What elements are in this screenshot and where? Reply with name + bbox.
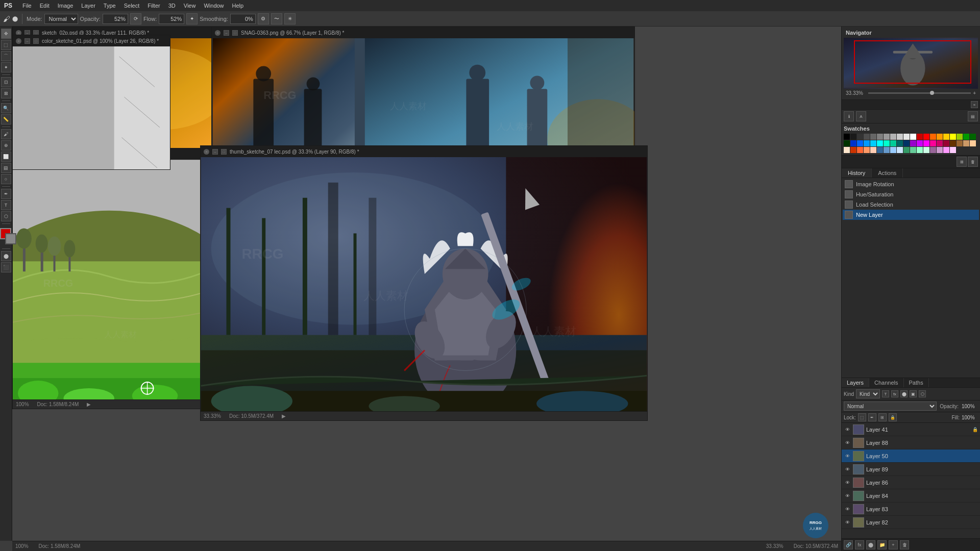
menu-type[interactable]: Type [100,2,120,10]
move-tool[interactable]: ✥ [1,29,11,39]
magic-wand-tool[interactable]: ✦ [1,62,11,72]
swatch-color[interactable] [857,140,863,146]
swatch-color[interactable] [943,140,949,146]
layer-mask-btn[interactable]: ⬤ [866,540,875,549]
swatch-color[interactable] [950,147,956,153]
menu-filter[interactable]: Filter [143,2,164,10]
layer-visibility-toggle[interactable]: 👁 [844,439,851,446]
swatch-color[interactable] [910,140,916,146]
swatch-color[interactable] [917,147,923,153]
swatch-color[interactable] [864,134,870,140]
swatch-color[interactable] [917,140,923,146]
layer-visibility-toggle[interactable]: 👁 [844,426,851,433]
layer-row[interactable]: 👁Layer 86 [842,476,980,489]
swatch-color[interactable] [877,140,883,146]
nav-zoom-in-icon[interactable]: + [973,90,976,96]
history-item[interactable]: Image Rotation [843,179,979,189]
canvas-snag364[interactable]: RRCG 人人素材 [13,160,206,409]
swatch-color[interactable] [897,147,903,153]
layer-visibility-toggle[interactable]: 👁 [844,466,851,473]
ruler-tool[interactable]: 📏 [1,114,11,124]
blend-mode-select[interactable]: Normal [844,402,937,411]
swatch-color[interactable] [850,147,856,153]
filter-type-icon[interactable]: T [882,390,889,397]
layer-visibility-toggle[interactable]: 👁 [844,506,851,513]
menu-3d[interactable]: 3D [164,2,180,10]
layer-visibility-toggle[interactable]: 👁 [844,453,851,460]
swatch-color[interactable] [937,140,943,146]
tab-paths[interactable]: Paths [904,378,929,387]
menu-image[interactable]: Image [54,2,78,10]
swatch-color[interactable] [870,140,876,146]
layer-visibility-toggle[interactable]: 👁 [844,519,851,526]
swatch-color[interactable] [970,140,976,146]
close-snag363[interactable]: × [215,30,220,36]
canvas-color[interactable] [13,46,170,169]
swatch-color[interactable] [864,147,870,153]
brush-tool-icon[interactable]: 🖌 [3,15,10,23]
menu-layer[interactable]: Layer [77,2,100,10]
kind-select[interactable]: Kind [856,389,880,398]
layer-row[interactable]: 👁Layer 89 [842,463,980,476]
minimize-thumb[interactable]: – [212,149,218,155]
swatch-color[interactable] [930,147,936,153]
clone-tool[interactable]: ⊕ [1,140,11,151]
layer-visibility-toggle[interactable]: 👁 [844,479,851,486]
swatch-color[interactable] [923,147,929,153]
swatch-color[interactable] [844,147,850,153]
quick-mask-tool[interactable]: ⬤ [1,251,11,261]
delete-layer-btn[interactable]: 🗑 [900,540,909,549]
filter-adj-icon[interactable]: ⬤ [900,390,908,397]
layer-row[interactable]: 👁Layer 50 [842,449,980,463]
history-item[interactable]: Hue/Saturation [843,189,979,199]
canvas-thumb[interactable]: RRCG 人人素材 人人素材 [201,157,647,420]
swatch-color[interactable] [950,134,956,140]
flow-control[interactable]: Flow: [143,14,184,24]
new-layer-btn[interactable]: + [889,540,898,549]
smoothing-input[interactable] [230,14,256,24]
layers-icon-right[interactable]: ▤ [968,111,978,121]
swatch-color[interactable] [923,134,929,140]
swatch-color[interactable] [857,147,863,153]
mode-control[interactable]: Mode: Normal [27,14,78,24]
layer-row[interactable]: 👁Layer 83 [842,503,980,516]
swatch-color[interactable] [877,134,883,140]
opacity-control[interactable]: Opacity: [80,14,128,24]
filter-effects-icon[interactable]: fx [891,390,898,397]
opacity-input[interactable] [103,14,128,24]
pressure-btn[interactable]: 〜 [271,13,282,24]
swatch-color[interactable] [897,140,903,146]
screen-mode-btn[interactable]: ⬛ [1,262,11,272]
tab-actions[interactable]: Actions [872,168,903,178]
selection-tool[interactable]: ⬚ [1,40,11,50]
nav-zoom-slider[interactable] [868,92,971,94]
swatch-color[interactable] [870,134,876,140]
menu-window[interactable]: Window [200,2,228,10]
lock-artboard-btn[interactable]: ⊞ [878,413,887,421]
char-icon[interactable]: A [856,111,866,121]
layer-row[interactable]: 👁Layer 41🔒 [842,423,980,436]
gradient-tool[interactable]: ▤ [1,163,11,173]
menu-file[interactable]: File [18,2,36,10]
layer-visibility-toggle[interactable]: 👁 [844,492,851,499]
maximize-snag363[interactable]: □ [232,30,238,36]
tab-layers[interactable]: Layers [842,378,869,387]
swatch-color[interactable] [844,140,850,146]
brush-size-icon[interactable]: ⬤ [12,16,18,21]
smoothing-control[interactable]: Smoothing: [200,14,256,24]
swatch-color[interactable] [943,134,949,140]
path-tool[interactable]: ⬡ [1,211,11,221]
swatch-color[interactable] [950,140,956,146]
doc-arrow-thumb[interactable]: ▶ [282,413,286,419]
pen-tool[interactable]: ✒ [1,189,11,199]
slice-tool[interactable]: ⊠ [1,88,11,98]
swatch-color[interactable] [890,134,896,140]
menu-view[interactable]: View [180,2,200,10]
swatch-color[interactable] [864,140,870,146]
swatch-color[interactable] [877,147,883,153]
brush-tool[interactable]: 🖌 [1,129,11,139]
background-color[interactable] [5,233,16,244]
lock-all-btn[interactable]: 🔒 [889,413,897,421]
swatch-color[interactable] [970,134,976,140]
lock-position-btn[interactable]: ✒ [868,413,876,421]
